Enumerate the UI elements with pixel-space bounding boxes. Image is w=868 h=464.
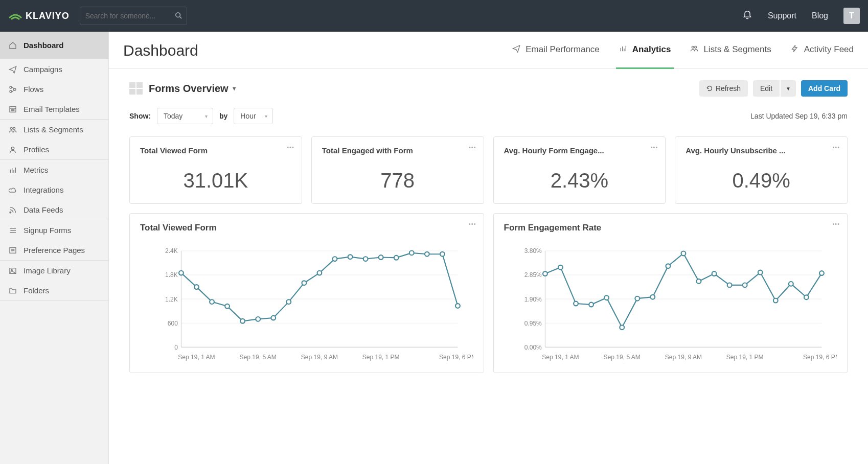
svg-text:Sep 19, 1 AM: Sep 19, 1 AM bbox=[542, 354, 579, 361]
layout-icon[interactable] bbox=[129, 82, 143, 95]
svg-point-65 bbox=[440, 252, 445, 257]
svg-point-57 bbox=[317, 271, 322, 275]
card-menu-icon[interactable]: ••• bbox=[287, 144, 294, 150]
tab-analytics[interactable]: Analytics bbox=[619, 44, 671, 57]
main-content: Dashboard Email PerformanceAnalyticsList… bbox=[109, 32, 868, 464]
stat-card: ••• Total Engaged with Form 778 bbox=[311, 136, 484, 204]
notifications-icon[interactable] bbox=[742, 10, 752, 22]
edit-dropdown-button[interactable]: ▼ bbox=[781, 80, 796, 97]
svg-line-1 bbox=[179, 16, 181, 18]
search-box[interactable] bbox=[80, 7, 187, 25]
chart-cards: ••• Total Viewed Form 06001.2K1.8K2.4K S… bbox=[109, 210, 868, 388]
svg-text:0: 0 bbox=[174, 344, 178, 351]
home-icon bbox=[8, 41, 17, 50]
svg-text:Sep 19, 1 AM: Sep 19, 1 AM bbox=[178, 354, 215, 361]
sidebar-item-data-feeds[interactable]: Data Feeds bbox=[0, 200, 108, 220]
users-icon bbox=[8, 126, 17, 134]
sidebar-item-label: Integrations bbox=[24, 185, 63, 194]
sidebar-item-integrations[interactable]: Integrations bbox=[0, 180, 108, 200]
chevron-down-icon: ▼ bbox=[232, 85, 237, 91]
search-input[interactable] bbox=[85, 12, 175, 20]
svg-point-61 bbox=[379, 255, 383, 260]
svg-text:Sep 19, 6 PM: Sep 19, 6 PM bbox=[439, 354, 473, 361]
sidebar-item-signup-forms[interactable]: Signup Forms bbox=[0, 220, 108, 240]
chart-svg: 0.00%0.95%1.90%2.85%3.80% Sep 19, 1 AMSe… bbox=[504, 245, 837, 363]
card-title: Avg. Hourly Unsubscribe ... bbox=[686, 146, 837, 155]
blog-link[interactable]: Blog bbox=[812, 11, 828, 20]
sidebar-item-image-library[interactable]: Image Library bbox=[0, 261, 108, 281]
card-menu-icon[interactable]: ••• bbox=[651, 144, 658, 150]
avatar[interactable]: T bbox=[843, 8, 860, 24]
chart-title: Form Engagement Rate bbox=[504, 223, 837, 233]
logo[interactable]: KLAVIYO bbox=[8, 11, 70, 21]
sidebar-item-metrics[interactable]: Metrics bbox=[0, 160, 108, 180]
sidebar-item-lists-segments[interactable]: Lists & Segments bbox=[0, 120, 108, 140]
refresh-button[interactable]: Refresh bbox=[699, 80, 748, 97]
page-title: Dashboard bbox=[123, 42, 198, 59]
sidebar-item-flows[interactable]: Flows bbox=[0, 79, 108, 99]
show-select[interactable]: Today bbox=[157, 108, 213, 124]
sidebar-item-preference-pages[interactable]: Preference Pages bbox=[0, 240, 108, 260]
sidebar-item-label: Preference Pages bbox=[24, 246, 85, 254]
card-title: Total Engaged with Form bbox=[322, 146, 473, 155]
users-icon bbox=[690, 44, 698, 55]
svg-point-2 bbox=[10, 86, 12, 88]
sidebar-item-label: Email Templates bbox=[24, 105, 80, 113]
sidebar-item-profiles[interactable]: Profiles bbox=[0, 140, 108, 159]
sidebar-item-dashboard[interactable]: Dashboard bbox=[0, 32, 108, 59]
svg-point-53 bbox=[256, 317, 260, 321]
svg-point-93 bbox=[681, 251, 686, 256]
sidebar-item-campaigns[interactable]: Campaigns bbox=[0, 59, 108, 79]
sidebar-item-folders[interactable]: Folders bbox=[0, 281, 108, 300]
svg-point-97 bbox=[742, 283, 747, 287]
svg-point-0 bbox=[175, 12, 180, 17]
sidebar-item-label: Data Feeds bbox=[24, 205, 63, 214]
tab-activity-feed[interactable]: Activity Feed bbox=[791, 44, 854, 57]
svg-text:Sep 19, 1 PM: Sep 19, 1 PM bbox=[362, 354, 400, 361]
sidebar-item-label: Image Library bbox=[24, 266, 71, 275]
card-menu-icon[interactable]: ••• bbox=[832, 144, 840, 150]
by-select[interactable]: Hour bbox=[234, 108, 272, 124]
svg-point-101 bbox=[804, 295, 809, 299]
card-value: 31.01K bbox=[140, 169, 291, 192]
paper-plane-icon bbox=[8, 65, 17, 74]
user-icon bbox=[8, 146, 17, 154]
svg-text:1.2K: 1.2K bbox=[165, 296, 178, 303]
svg-point-48 bbox=[179, 271, 184, 275]
add-card-button[interactable]: Add Card bbox=[801, 80, 848, 97]
svg-point-100 bbox=[788, 282, 793, 286]
support-link[interactable]: Support bbox=[768, 11, 796, 20]
search-icon[interactable] bbox=[175, 12, 182, 20]
refresh-icon bbox=[706, 85, 713, 91]
svg-point-102 bbox=[819, 271, 824, 275]
svg-point-98 bbox=[758, 270, 762, 275]
svg-point-84 bbox=[543, 271, 547, 276]
svg-point-52 bbox=[240, 319, 245, 323]
tab-email-performance[interactable]: Email Performance bbox=[512, 44, 600, 57]
svg-text:3.80%: 3.80% bbox=[524, 247, 541, 254]
svg-text:2.4K: 2.4K bbox=[165, 247, 178, 254]
toolbar: Forms Overview ▼ Refresh Edit ▼ Add Card bbox=[109, 69, 868, 130]
card-menu-icon[interactable]: ••• bbox=[469, 144, 476, 150]
card-value: 778 bbox=[322, 169, 473, 192]
chart-svg: 06001.2K1.8K2.4K Sep 19, 1 AMSep 19, 5 A… bbox=[140, 245, 473, 363]
top-nav: KLAVIYO Support Blog T bbox=[0, 0, 868, 32]
chevron-down-icon: ▼ bbox=[786, 86, 791, 91]
overview-dropdown[interactable]: Forms Overview ▼ bbox=[149, 83, 237, 95]
tab-lists-segments[interactable]: Lists & Segments bbox=[690, 44, 771, 57]
svg-point-55 bbox=[286, 299, 291, 304]
svg-point-66 bbox=[455, 304, 460, 308]
edit-button[interactable]: Edit bbox=[753, 80, 780, 97]
svg-text:Sep 19, 9 AM: Sep 19, 9 AM bbox=[665, 354, 701, 361]
card-menu-icon[interactable]: ••• bbox=[469, 221, 476, 227]
sidebar-item-email-templates[interactable]: Email Templates bbox=[0, 99, 108, 119]
svg-point-86 bbox=[574, 301, 578, 306]
sidebar-item-label: Dashboard bbox=[24, 41, 63, 50]
chart-card: ••• Total Viewed Form 06001.2K1.8K2.4K S… bbox=[129, 213, 484, 373]
svg-point-64 bbox=[425, 252, 429, 257]
svg-point-10 bbox=[13, 127, 15, 129]
svg-point-9 bbox=[10, 127, 12, 129]
svg-point-4 bbox=[10, 90, 12, 92]
image-icon bbox=[8, 267, 17, 275]
card-menu-icon[interactable]: ••• bbox=[832, 221, 840, 227]
